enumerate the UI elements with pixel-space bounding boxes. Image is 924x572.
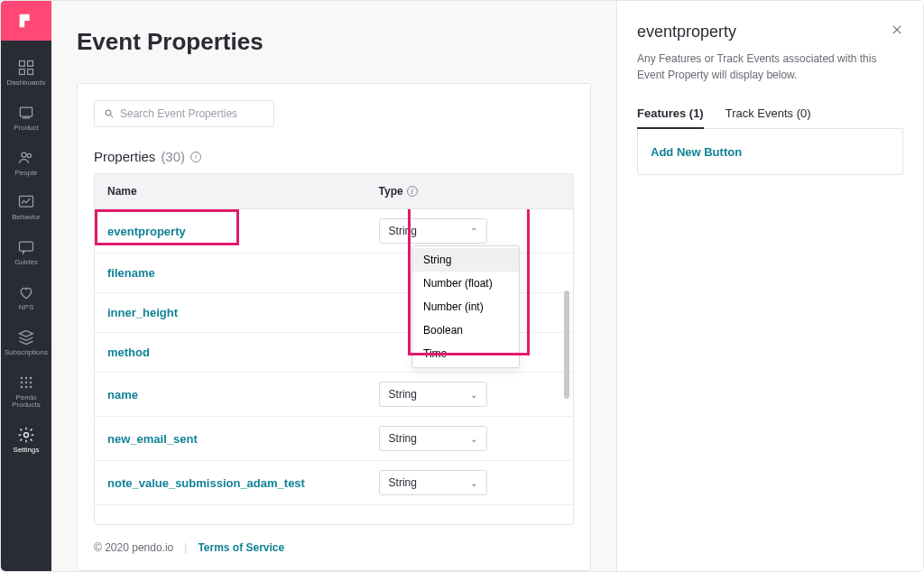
- heart-icon: [17, 283, 35, 301]
- svg-point-13: [25, 381, 28, 383]
- svg-rect-4: [20, 107, 32, 116]
- app-root: Dashboards Product People Behavior Guide…: [1, 1, 923, 571]
- panel-body: Add New Button: [637, 129, 903, 175]
- layers-icon: [17, 104, 35, 122]
- chevron-down-icon: ⌄: [470, 390, 477, 400]
- close-icon: [891, 23, 903, 36]
- nav-label: NPS: [17, 304, 35, 312]
- content: Event Properties Properties (30) i Name …: [51, 1, 616, 571]
- search-wrap[interactable]: [94, 100, 274, 127]
- svg-point-19: [106, 110, 111, 115]
- property-name-link[interactable]: eventproperty: [107, 225, 186, 238]
- dots-grid-icon: [17, 374, 35, 392]
- nav-label: Product: [12, 125, 41, 133]
- type-option[interactable]: Time: [412, 342, 519, 365]
- nav-people[interactable]: People: [1, 140, 51, 185]
- table-header: Name Type i: [95, 174, 573, 209]
- section-label: Properties: [94, 149, 155, 164]
- type-option[interactable]: Number (float): [412, 272, 519, 295]
- property-name-link[interactable]: name: [107, 388, 138, 401]
- property-name-link[interactable]: filename: [107, 266, 155, 280]
- svg-rect-1: [28, 61, 33, 67]
- property-name-link[interactable]: inner_height: [107, 306, 178, 319]
- col-name-header: Name: [95, 174, 366, 208]
- table-row: note_value_submission_adam_test String ⌄: [95, 461, 573, 505]
- info-icon[interactable]: i: [190, 152, 201, 162]
- svg-point-12: [21, 381, 23, 383]
- panel-header: eventproperty: [637, 23, 903, 42]
- chat-icon: [17, 238, 35, 256]
- chevron-down-icon: ⌄: [470, 478, 477, 488]
- copyright: © 2020 pendo.io: [94, 541, 173, 554]
- people-icon: [17, 149, 35, 167]
- tab-features[interactable]: Features (1): [637, 99, 704, 129]
- nav-nps[interactable]: NPS: [1, 274, 51, 319]
- nav-label: Dashboards: [5, 79, 47, 88]
- chevron-down-icon: ⌄: [470, 434, 477, 444]
- svg-point-5: [22, 152, 26, 157]
- search-icon: [104, 108, 115, 119]
- table-row: name String ⌄: [95, 373, 573, 417]
- nav-label: Settings: [12, 447, 42, 455]
- sidebar: Dashboards Product People Behavior Guide…: [1, 1, 51, 571]
- type-select[interactable]: String ⌄: [379, 426, 487, 451]
- svg-point-11: [30, 376, 32, 379]
- type-select-value: String: [389, 476, 417, 489]
- type-select[interactable]: String ⌄: [379, 382, 487, 407]
- nav-label: Behavior: [10, 214, 42, 222]
- svg-point-6: [27, 153, 31, 157]
- nav-pendo-products[interactable]: Pendo Products: [1, 364, 51, 418]
- svg-point-17: [30, 385, 32, 388]
- properties-section-header: Properties (30) i: [94, 143, 574, 173]
- tos-link[interactable]: Terms of Service: [198, 541, 284, 554]
- info-icon[interactable]: i: [407, 186, 418, 197]
- pendo-logo-icon: [16, 11, 36, 31]
- nav-settings[interactable]: Settings: [1, 417, 51, 462]
- panel-description: Any Features or Track Events associated …: [637, 51, 903, 83]
- nav-dashboards[interactable]: Dashboards: [1, 50, 51, 95]
- properties-card: Properties (30) i Name Type i: [77, 83, 591, 571]
- col-type-label: Type: [379, 185, 403, 198]
- col-type-header: Type i: [366, 174, 573, 208]
- type-option[interactable]: Number (int): [412, 295, 519, 318]
- close-button[interactable]: [891, 23, 903, 39]
- add-new-button[interactable]: Add New Button: [651, 145, 742, 159]
- detail-panel: eventproperty Any Features or Track Even…: [616, 1, 923, 571]
- scrollbar[interactable]: [564, 291, 569, 399]
- svg-rect-0: [20, 61, 25, 67]
- type-select[interactable]: String ⌄: [379, 470, 487, 495]
- nav-guides[interactable]: Guides: [1, 229, 51, 274]
- type-option[interactable]: String: [412, 248, 519, 272]
- panel-title: eventproperty: [637, 23, 736, 42]
- nav-product[interactable]: Product: [1, 95, 51, 140]
- type-select[interactable]: String ⌃: [379, 218, 487, 244]
- property-name-link[interactable]: note_value_submission_adam_test: [107, 476, 305, 490]
- brand-logo[interactable]: [1, 1, 51, 41]
- svg-rect-7: [20, 197, 33, 208]
- nav-label: People: [14, 170, 40, 178]
- svg-point-15: [21, 385, 23, 388]
- svg-point-10: [25, 376, 28, 379]
- page-title: Event Properties: [77, 28, 591, 56]
- type-option[interactable]: Boolean: [412, 318, 519, 342]
- nav-subscriptions[interactable]: Subscriptions: [1, 319, 51, 364]
- svg-point-18: [24, 433, 29, 438]
- main: Event Properties Properties (30) i Name …: [51, 1, 923, 571]
- chart-icon: [17, 193, 35, 211]
- footer: © 2020 pendo.io | Terms of Service: [94, 525, 574, 570]
- type-select-value: String: [389, 225, 417, 237]
- table-row: new_email_sent String ⌄: [95, 417, 573, 461]
- panel-tabs: Features (1) Track Events (0): [637, 99, 903, 129]
- svg-rect-2: [20, 69, 25, 75]
- property-name-link[interactable]: new_email_sent: [107, 432, 198, 446]
- tab-track-events[interactable]: Track Events (0): [725, 99, 811, 129]
- svg-point-16: [25, 385, 28, 388]
- nav-label: Pendo Products: [1, 394, 51, 411]
- stack-icon: [17, 328, 35, 346]
- divider: |: [184, 541, 187, 554]
- gear-icon: [17, 426, 35, 444]
- nav-behavior[interactable]: Behavior: [1, 184, 51, 229]
- search-input[interactable]: [120, 107, 264, 120]
- svg-point-14: [30, 381, 32, 383]
- property-name-link[interactable]: method: [107, 346, 150, 359]
